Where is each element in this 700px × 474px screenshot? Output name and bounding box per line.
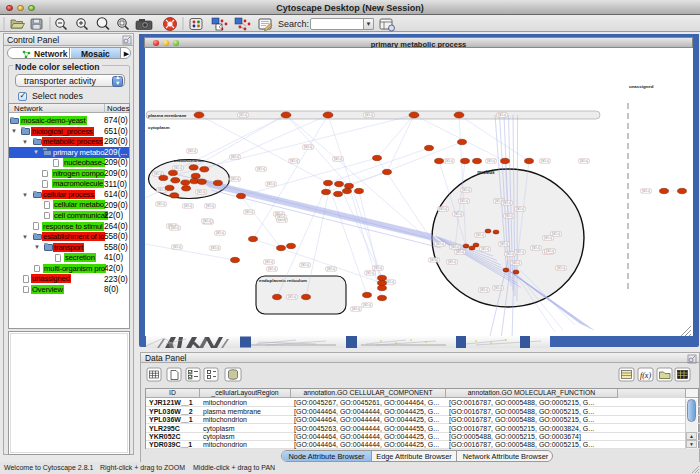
svg-text:[GO-s]: [GO-s] <box>304 145 312 149</box>
svg-text:[GO-s]: [GO-s] <box>494 286 502 290</box>
svg-text:[GO-s]: [GO-s] <box>231 177 239 181</box>
svg-text:[GO-s]: [GO-s] <box>171 226 179 230</box>
svg-text:[GO-s]: [GO-s] <box>231 155 239 159</box>
svg-text:[GO-s]: [GO-s] <box>334 157 342 161</box>
svg-text:[GO-s]: [GO-s] <box>541 159 549 163</box>
svg-text:[GO-s]: [GO-s] <box>239 113 247 117</box>
svg-text:[GO-s]: [GO-s] <box>216 231 224 235</box>
svg-text:[GO-s]: [GO-s] <box>363 303 371 307</box>
svg-text:[GO-s]: [GO-s] <box>366 271 374 275</box>
svg-text:[GO-s]: [GO-s] <box>436 242 444 246</box>
svg-text:[GO-s]: [GO-s] <box>245 210 253 214</box>
svg-text:[GO-s]: [GO-s] <box>352 307 360 311</box>
svg-text:[GO-s]: [GO-s] <box>257 167 265 171</box>
svg-text:[GO-s]: [GO-s] <box>487 159 495 163</box>
svg-text:[GO-s]: [GO-s] <box>500 242 508 246</box>
svg-text:[GO-s]: [GO-s] <box>480 288 488 292</box>
svg-text:[GO-s]: [GO-s] <box>173 245 181 249</box>
svg-text:[GO-s]: [GO-s] <box>498 113 506 117</box>
svg-text:[GO-s]: [GO-s] <box>451 245 459 249</box>
svg-text:[GO-s]: [GO-s] <box>301 263 309 267</box>
svg-text:plasma membrane: plasma membrane <box>148 113 187 118</box>
svg-text:[GO-s]: [GO-s] <box>532 246 540 250</box>
svg-text:[GO-s]: [GO-s] <box>365 113 373 117</box>
svg-text:[GO-s]: [GO-s] <box>642 189 650 193</box>
svg-text:[GO-s]: [GO-s] <box>460 199 468 203</box>
svg-text:[GO-s]: [GO-s] <box>211 246 219 250</box>
svg-text:[GO-s]: [GO-s] <box>277 215 285 219</box>
svg-text:endoplasmic reticulum: endoplasmic reticulum <box>259 278 307 283</box>
svg-text:[GO-s]: [GO-s] <box>430 258 438 262</box>
svg-text:[GO-s]: [GO-s] <box>174 166 182 170</box>
svg-text:f(x): f(x) <box>640 371 651 380</box>
svg-text:[GO-s]: [GO-s] <box>557 266 565 270</box>
svg-text:unassigned: unassigned <box>629 84 654 89</box>
svg-text:[GO-s]: [GO-s] <box>580 159 588 163</box>
svg-text:[GO-s]: [GO-s] <box>184 204 192 208</box>
svg-text:[GO-s]: [GO-s] <box>505 214 513 218</box>
svg-text:[GO-s]: [GO-s] <box>206 204 214 208</box>
svg-text:[GO-s]: [GO-s] <box>481 247 489 251</box>
svg-text:[GO-s]: [GO-s] <box>512 261 520 265</box>
svg-text:[GO-s]: [GO-s] <box>462 188 470 192</box>
svg-text:[GO-s]: [GO-s] <box>288 295 296 299</box>
svg-text:[GO-s]: [GO-s] <box>456 250 464 254</box>
svg-text:[GO-s]: [GO-s] <box>386 280 394 284</box>
svg-text:[GO-s]: [GO-s] <box>544 236 552 240</box>
svg-text:[GO-s]: [GO-s] <box>327 267 335 271</box>
svg-text:[GO-s]: [GO-s] <box>552 232 560 236</box>
svg-text:[GO-s]: [GO-s] <box>448 260 456 264</box>
svg-text:[GO-s]: [GO-s] <box>445 159 453 163</box>
svg-text:[GO-s]: [GO-s] <box>476 233 484 237</box>
svg-text:[GO-s]: [GO-s] <box>188 149 196 153</box>
svg-text:[GO-s]: [GO-s] <box>516 250 524 254</box>
svg-text:[GO-s]: [GO-s] <box>454 212 462 216</box>
svg-text:[GO-s]: [GO-s] <box>506 252 514 256</box>
svg-text:[GO-s]: [GO-s] <box>503 201 511 205</box>
svg-text:cytoplasm: cytoplasm <box>148 125 170 130</box>
svg-text:[GO-s]: [GO-s] <box>203 219 211 223</box>
svg-text:[GO-s]: [GO-s] <box>290 159 298 163</box>
svg-text:[GO-s]: [GO-s] <box>546 249 554 253</box>
svg-text:[GO-s]: [GO-s] <box>267 182 275 186</box>
svg-text:[GO-s]: [GO-s] <box>157 202 165 206</box>
svg-text:[GO-s]: [GO-s] <box>516 207 524 211</box>
svg-text:[GO-s]: [GO-s] <box>197 190 205 194</box>
svg-text:nucleus: nucleus <box>477 170 495 175</box>
svg-text:[GO-s]: [GO-s] <box>439 207 447 211</box>
svg-text:[GO-s]: [GO-s] <box>265 260 273 264</box>
svg-text:[GO-s]: [GO-s] <box>268 267 276 271</box>
svg-text:[GO-s]: [GO-s] <box>374 266 382 270</box>
